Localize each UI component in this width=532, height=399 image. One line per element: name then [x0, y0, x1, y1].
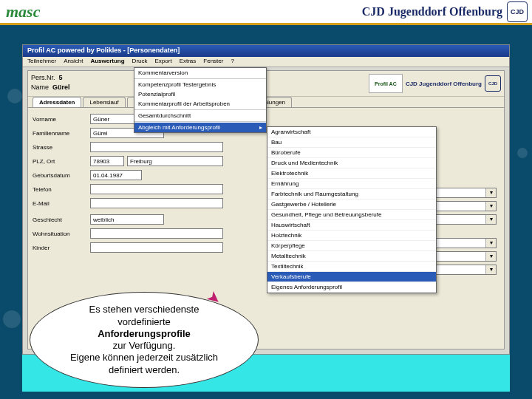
- menu-teilnehmer[interactable]: Teilnehmer: [27, 58, 56, 66]
- menu-help[interactable]: ?: [231, 58, 233, 66]
- chevron-down-icon[interactable]: ▾: [485, 188, 496, 197]
- tab-adressdaten[interactable]: Adressdaten: [33, 97, 81, 107]
- tab-lebenslauf[interactable]: Lebenslauf: [83, 97, 125, 107]
- submenu-item[interactable]: Bau: [267, 137, 436, 148]
- plzort-label: PLZ, Ort: [33, 158, 90, 165]
- menu-export[interactable]: Export: [155, 58, 172, 66]
- cjd-header-logo-icon: CJD: [485, 75, 501, 92]
- strasse-input[interactable]: [90, 142, 223, 152]
- plz-input[interactable]: [90, 156, 124, 166]
- submenu-item[interactable]: Gastgewerbe / Hotellerie: [267, 200, 436, 210]
- submenu-item[interactable]: Druck und Medientechnik: [267, 158, 436, 168]
- submenu-item[interactable]: Gesundheit, Pflege und Betreuungsberufe: [267, 210, 436, 220]
- gesch-label: Geschlecht: [33, 216, 90, 223]
- submenu-item-verkauf[interactable]: Verkaufsberufe: [267, 272, 436, 282]
- submenu-item[interactable]: Metalltechnik: [267, 251, 436, 262]
- menu-item[interactable]: Potenzialprofil: [134, 89, 266, 99]
- persnr-value: 5: [59, 74, 63, 81]
- strasse-label: Strasse: [33, 144, 90, 151]
- profilac-logo-icon: Profil AC: [369, 74, 403, 93]
- vorname-label: Vorname: [33, 116, 90, 123]
- anforderungsprofil-submenu[interactable]: Agrarwirtschaft Bau Büroberufe Druck und…: [267, 126, 437, 293]
- submenu-item[interactable]: Hauswirtschaft: [267, 220, 436, 231]
- chevron-down-icon[interactable]: ▾: [485, 202, 496, 211]
- cjd-header-text: CJD Jugenddorf Offenburg: [406, 81, 482, 87]
- persnr-label: Pers.Nr.: [31, 74, 55, 81]
- submenu-item[interactable]: Holztechnik: [267, 231, 436, 241]
- chevron-down-icon[interactable]: ▾: [485, 215, 496, 224]
- auswertung-menu[interactable]: Kommentarversion Kompetenzprofil Testerg…: [134, 67, 267, 133]
- gesch-input[interactable]: [90, 214, 164, 225]
- ort-input[interactable]: [127, 156, 223, 166]
- submenu-item[interactable]: Körperpflege: [267, 241, 436, 251]
- menu-item[interactable]: Gesamtdurchschnitt: [134, 111, 266, 120]
- menu-item[interactable]: Kommentarprofil der Arbeitsproben: [134, 99, 266, 109]
- menu-auswertung[interactable]: Auswertung: [90, 58, 124, 66]
- submenu-item[interactable]: Eigenes Anforderungsprofil: [267, 282, 436, 293]
- familien-label: Familienname: [33, 130, 90, 137]
- menu-item-abgleich[interactable]: Abgleich mit Anforderungsprofil▸: [134, 123, 266, 132]
- chevron-down-icon[interactable]: ▾: [485, 265, 496, 274]
- menu-druck[interactable]: Druck: [132, 58, 148, 66]
- wohn-label: Wohnsituation: [33, 231, 90, 237]
- telefon-label: Telefon: [33, 186, 90, 193]
- email-input[interactable]: [90, 198, 223, 208]
- callout-bold: Anforderungsprofile: [98, 328, 191, 339]
- email-label: E-Mail: [33, 200, 90, 207]
- menu-fenster[interactable]: Fenster: [203, 58, 223, 66]
- submenu-item[interactable]: Textiltechnik: [267, 262, 436, 272]
- menu-ansicht[interactable]: Ansicht: [64, 58, 83, 66]
- submenu-item[interactable]: Agrarwirtschaft: [267, 127, 436, 137]
- menu-item[interactable]: Kommentarversion: [134, 68, 266, 78]
- name-value: Gürel: [52, 83, 70, 91]
- menubar[interactable]: Teilnehmer Ansicht Auswertung Druck Expo…: [23, 57, 509, 67]
- submenu-item[interactable]: Büroberufe: [267, 148, 436, 158]
- wohn-input[interactable]: [90, 228, 223, 239]
- submenu-item[interactable]: Farbtechnik und Raumgestaltung: [267, 189, 436, 200]
- geburt-input[interactable]: [90, 170, 142, 180]
- callout-bubble: Es stehen verschiedenste vordefinierte A…: [30, 292, 259, 388]
- submenu-item[interactable]: Elektrotechnik: [267, 168, 436, 179]
- chevron-right-icon: ▸: [259, 124, 262, 131]
- geburt-label: Geburtsdatum: [33, 172, 90, 179]
- chevron-down-icon[interactable]: ▾: [485, 252, 496, 261]
- submenu-item[interactable]: Ernährung: [267, 179, 436, 189]
- menu-item[interactable]: Kompetenzprofil Testergebnis: [134, 80, 266, 89]
- chevron-down-icon[interactable]: ▾: [485, 239, 496, 248]
- telefon-input[interactable]: [90, 184, 223, 194]
- name-label: Name: [31, 83, 49, 91]
- kinder-label: Kinder: [33, 245, 90, 251]
- kinder-input[interactable]: [90, 242, 223, 253]
- menu-extras[interactable]: Extras: [180, 58, 197, 66]
- window-titlebar: Profil AC powered by Polikles - [Persone…: [23, 45, 509, 57]
